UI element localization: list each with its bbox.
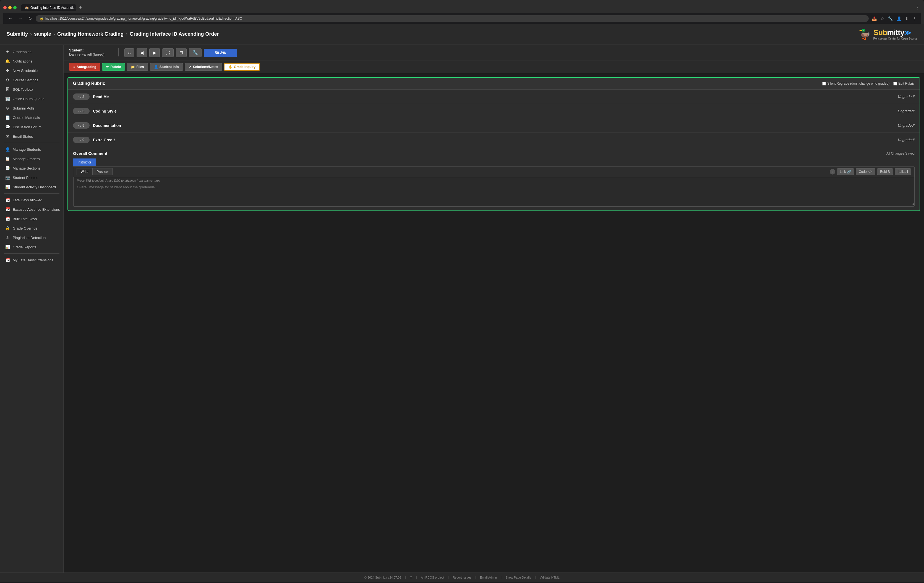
edit-rubric-label[interactable]: Edit Rubric: [893, 82, 915, 86]
sidebar-item-sql-toolbox[interactable]: 🗄 SQL Toolbox: [0, 84, 63, 94]
code-button[interactable]: Code </>: [856, 168, 875, 175]
sidebar-item-manage-students[interactable]: 👤 Manage Students: [0, 145, 63, 154]
tab-icon-solutions: ✓: [189, 65, 191, 69]
sidebar-item-course-settings[interactable]: ⚙ Course Settings: [0, 75, 63, 84]
tab-icon-student-info: 👤: [154, 65, 158, 69]
italics-button[interactable]: Italics I: [895, 168, 911, 175]
footer-rcos[interactable]: An RCOS project: [421, 576, 444, 579]
settings-button[interactable]: 🔧: [189, 48, 201, 57]
silent-regrade-checkbox[interactable]: [822, 82, 826, 86]
write-tab[interactable]: Write: [77, 168, 92, 175]
sidebar-label-excused-absence: Excused Absence Extensions: [13, 207, 60, 211]
overall-comment-textarea[interactable]: [74, 183, 914, 205]
refresh-button[interactable]: ↻: [26, 15, 33, 22]
content-area: Student: Dannie Farrell (farred) ⌂ ◀ ▶ ⛶…: [64, 45, 924, 573]
sidebar-label-manage-sections: Manage Sections: [13, 166, 40, 170]
new-tab-button[interactable]: +: [78, 5, 84, 10]
rubric-score-documentation[interactable]: - / 5: [73, 122, 89, 129]
rubric-score-read-me[interactable]: - / 2: [73, 94, 89, 100]
student-info-panel: Student: Dannie Farrell (farred): [69, 48, 119, 56]
sidebar-item-student-activity[interactable]: 📊 Student Activity Dashboard: [0, 182, 63, 192]
instructor-tab[interactable]: instructor: [73, 159, 96, 166]
sidebar-item-manage-graders[interactable]: 📋 Manage Graders: [0, 154, 63, 164]
menu-icon[interactable]: ⋮: [911, 15, 917, 22]
fullscreen-button[interactable]: ⛶: [162, 48, 173, 57]
grade-tab-rubric[interactable]: ✏Rubric: [102, 63, 125, 71]
sidebar-icon-late-days: 📅: [5, 198, 10, 202]
sidebar-icon-student-activity: 📊: [5, 185, 10, 189]
link-button[interactable]: Link 🔗: [837, 168, 854, 175]
cast-icon[interactable]: 📤: [871, 15, 878, 22]
sidebar-item-plagiarism[interactable]: ⚠ Plagiarism Detection: [0, 233, 63, 242]
breadcrumb-grading[interactable]: Grading Homework Grading: [57, 31, 124, 37]
rubric-score-extra-credit[interactable]: - / 0: [73, 137, 89, 143]
sidebar-item-office-hours[interactable]: 🏢 Office Hours Queue: [0, 94, 63, 104]
sidebar-icon-notifications: 🔔: [5, 59, 10, 63]
sidebar-item-grade-override[interactable]: 🔒 Grade Override: [0, 223, 63, 233]
url-input[interactable]: [45, 17, 865, 20]
next-student-button[interactable]: ▶: [149, 48, 160, 57]
grade-tab-student-info[interactable]: 👤Student Info: [150, 63, 183, 71]
sidebar-item-notifications[interactable]: 🔔 Notifications: [0, 56, 63, 66]
sidebar-item-email-status[interactable]: ✉ Email Status: [0, 132, 63, 141]
sidebar-item-grade-reports[interactable]: 📊 Grade Reports: [0, 242, 63, 252]
footer-email-admin[interactable]: Email Admin: [480, 576, 497, 579]
breadcrumb-sample[interactable]: sample: [34, 31, 51, 37]
sidebar-item-student-photos[interactable]: 📷 Student Photos: [0, 173, 63, 182]
footer-validate-html[interactable]: Validate HTML: [540, 576, 559, 579]
maximize-button[interactable]: [13, 6, 16, 9]
rubric-name-extra-credit: Extra Credit: [93, 138, 115, 142]
sidebar-item-late-days[interactable]: 📅 Late Days Allowed: [0, 195, 63, 205]
sidebar-icon-excused-absence: 📅: [5, 207, 10, 211]
split-button[interactable]: ⊟: [176, 48, 186, 57]
profile-icon[interactable]: 👤: [896, 15, 903, 22]
back-button[interactable]: ←: [7, 15, 14, 22]
sidebar-item-excused-absence[interactable]: 📅 Excused Absence Extensions: [0, 205, 63, 214]
footer-show-page-details[interactable]: Show Page Details: [505, 576, 531, 579]
sidebar-item-course-materials[interactable]: 📄 Course Materials: [0, 113, 63, 122]
forward-button[interactable]: →: [16, 15, 24, 22]
grade-tab-row: ≡Autograding✏Rubric📁Files👤Student Info✓S…: [64, 61, 924, 73]
address-bar[interactable]: 🔒: [36, 15, 869, 22]
sidebar-item-discussion-forum[interactable]: 💬 Discussion Forum: [0, 122, 63, 132]
rubric-status-extra-credit: Ungraded!: [898, 138, 915, 142]
footer-report-issues[interactable]: Report Issues: [453, 576, 471, 579]
grade-tab-solutions[interactable]: ✓Solutions/Notes: [185, 63, 222, 71]
lock-icon: 🔒: [40, 17, 44, 20]
breadcrumb-submitty[interactable]: Submitty: [7, 31, 28, 37]
prev-student-button[interactable]: ◀: [137, 48, 147, 57]
window-controls[interactable]: ⋮: [914, 4, 921, 12]
sidebar-item-submini-polls[interactable]: ⊙ Submini Polls: [0, 104, 63, 113]
sidebar-item-manage-sections[interactable]: 📑 Manage Sections: [0, 164, 63, 173]
grade-tab-grade-inquiry[interactable]: ✋Grade Inquiry: [224, 63, 260, 71]
sidebar-item-bulk-late-days[interactable]: 📅 Bulk Late Days: [0, 214, 63, 223]
minimize-button[interactable]: [8, 6, 12, 9]
tab-label-solutions: Solutions/Notes: [193, 65, 218, 69]
grade-tab-autograding[interactable]: ≡Autograding: [69, 63, 101, 71]
tab-icon-autograding: ≡: [73, 65, 75, 69]
sidebar-icon-manage-graders: 📋: [5, 157, 10, 161]
sidebar-label-grade-reports: Grade Reports: [13, 245, 36, 249]
close-button[interactable]: [3, 6, 7, 9]
active-tab[interactable]: 🏫 Grading Interface ID Ascendi... ✕: [21, 4, 76, 12]
extensions-icon[interactable]: 🔧: [887, 15, 894, 22]
help-icon[interactable]: ?: [830, 169, 835, 175]
sidebar-label-course-materials: Course Materials: [13, 116, 40, 120]
preview-tab[interactable]: Preview: [92, 168, 113, 175]
bookmark-icon[interactable]: ☆: [879, 15, 885, 22]
sidebar-label-late-days: Late Days Allowed: [13, 198, 42, 202]
sidebar-label-gradeables: Gradeables: [13, 50, 31, 54]
tab-label-autograding: Autograding: [77, 65, 96, 69]
github-icon: ⊙: [410, 576, 412, 579]
sidebar-item-new-gradeable[interactable]: ✚ New Gradeable: [0, 66, 63, 75]
sidebar-item-my-late-days[interactable]: 📅 My Late Days/Extensions: [0, 255, 63, 265]
edit-rubric-checkbox[interactable]: [893, 82, 897, 86]
grade-tab-files[interactable]: 📁Files: [127, 63, 148, 71]
sidebar-item-gradeables[interactable]: ★ Gradeables: [0, 47, 63, 56]
bold-button[interactable]: Bold B: [877, 168, 893, 175]
home-button[interactable]: ⌂: [124, 48, 134, 57]
rubric-score-coding-style[interactable]: - / 5: [73, 108, 89, 114]
silent-regrade-label[interactable]: Silent Regrade (don't change who graded): [822, 82, 889, 86]
download-icon[interactable]: ⬇: [904, 15, 910, 22]
grading-toolbar: ⌂ ◀ ▶ ⛶ ⊟ 🔧 50.3%: [124, 48, 237, 57]
